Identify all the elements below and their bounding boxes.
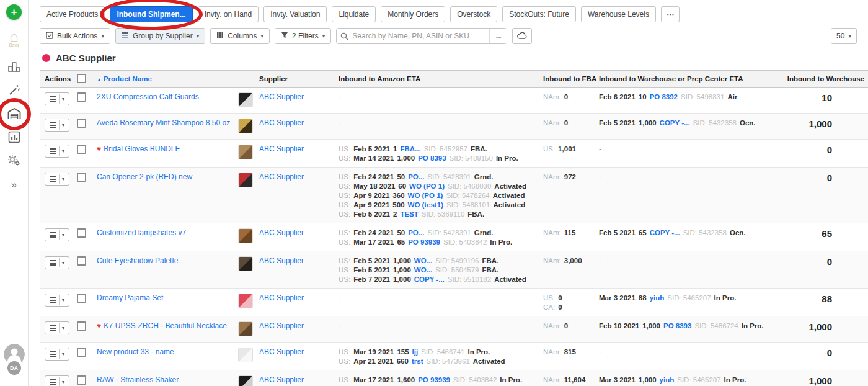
shipment-ref-link[interactable]: PO 8393 <box>418 154 446 163</box>
tab-inbound-shipments[interactable]: Inbound Shipmen... <box>110 6 192 22</box>
region-prefix: NAm: <box>543 119 561 128</box>
shipment-ref-link[interactable]: COPY -... <box>414 275 445 284</box>
shipment-ref-link[interactable]: FBA... <box>400 145 420 154</box>
search-input[interactable] <box>352 32 489 40</box>
product-name-link[interactable]: Can Opener 2-pk (RED) new <box>97 173 192 181</box>
product-name-link[interactable]: Bridal Gloves BUNDLE <box>104 145 180 153</box>
supplier-link[interactable]: ABC Supplier <box>259 173 304 181</box>
row-checkbox[interactable] <box>77 145 86 154</box>
group-by-button[interactable]: Group by Supplier ▾ <box>115 28 205 44</box>
tab-liquidate[interactable]: Liquidate <box>332 6 376 22</box>
row-actions-button[interactable]: ▾ <box>45 256 69 269</box>
row-checkbox[interactable] <box>77 321 86 331</box>
row-actions-button[interactable]: ▾ <box>45 294 69 307</box>
supplier-link[interactable]: ABC Supplier <box>259 256 304 265</box>
sidebar-nav-warehouse[interactable] <box>7 107 22 121</box>
shipment-ref-link[interactable]: PO 93939 <box>418 375 450 385</box>
product-name-link[interactable]: K7-UPSS-ZRCH - Beautiful Necklace <box>104 321 227 330</box>
bulk-actions-button[interactable]: Bulk Actions ▾ <box>40 28 110 44</box>
group-dot <box>42 54 50 62</box>
product-name-link[interactable]: RAW - Strainless Shaker <box>97 375 179 384</box>
fba-quantity: 115 <box>564 228 576 238</box>
row-checkbox[interactable] <box>77 294 86 303</box>
row-actions-button[interactable]: ▾ <box>45 228 69 241</box>
shipment-ref-link[interactable]: yiuh <box>650 294 665 303</box>
shipment-ref-link[interactable]: PO 8393 <box>663 321 691 331</box>
sidebar-collapse-button[interactable]: » <box>11 179 17 191</box>
search-submit-button[interactable]: → <box>489 29 507 43</box>
shipment-ref-link[interactable]: trst <box>412 357 423 366</box>
row-checkbox[interactable] <box>77 348 86 357</box>
supplier-link[interactable]: ABC Supplier <box>259 348 304 356</box>
sidebar-nav-analytics[interactable] <box>7 131 22 145</box>
supplier-link[interactable]: ABC Supplier <box>259 92 304 101</box>
shipment-ref-link[interactable]: TEST <box>400 210 418 219</box>
supplier-link[interactable]: ABC Supplier <box>259 145 304 153</box>
supplier-link[interactable]: ABC Supplier <box>259 228 304 237</box>
row-actions-button[interactable]: ▾ <box>45 92 69 105</box>
product-name-link[interactable]: New product 33 - name <box>97 348 174 356</box>
product-name-link[interactable]: Customized lampshates v7 <box>97 228 186 237</box>
row-checkbox[interactable] <box>77 92 86 102</box>
product-name-link[interactable]: Dreamy Pajama Set <box>97 294 163 302</box>
row-checkbox[interactable] <box>77 228 86 238</box>
supplier-link[interactable]: ABC Supplier <box>259 119 304 127</box>
column-header-fba[interactable]: Inbound to FBA <box>542 75 598 83</box>
tab-active-products[interactable]: Active Products <box>40 6 105 22</box>
fba-quantity: 815 <box>564 348 576 357</box>
product-name-link[interactable]: Cute Eyeshadow Palette <box>97 256 178 265</box>
select-all-checkbox[interactable] <box>77 74 86 83</box>
row-checkbox[interactable] <box>77 256 86 266</box>
shipment-ref-link[interactable]: yiuh <box>660 375 675 385</box>
shipment-ref-link[interactable]: COPY -... <box>660 119 690 128</box>
shipment-ref-link[interactable]: PO... <box>408 228 424 238</box>
column-header-inbound-warehouse[interactable]: Inbound to Warehouse <box>771 75 868 83</box>
avatar-initials-badge[interactable]: DA <box>6 360 22 376</box>
product-name-link[interactable]: Aveda Rosemary Mint Shampoo 8.50 oz <box>97 119 230 127</box>
shipment-qty: 60 <box>398 182 406 191</box>
tab-stockouts-future[interactable]: StockOuts: Future <box>502 6 576 22</box>
row-checkbox[interactable] <box>77 375 86 385</box>
filters-button[interactable]: 2 Filters ▾ <box>275 28 331 44</box>
add-button[interactable]: + <box>6 4 22 20</box>
column-header-warehouse-eta[interactable]: Inbound to Warehouse or Prep Center ETA <box>598 75 771 83</box>
tab-monthly-orders[interactable]: Monthly Orders <box>381 6 445 22</box>
row-actions-button[interactable]: ▾ <box>45 173 69 186</box>
shipment-ref-link[interactable]: WO (PO 1) <box>408 191 443 200</box>
column-header-supplier[interactable]: Supplier <box>258 75 337 83</box>
supplier-link[interactable]: ABC Supplier <box>259 321 304 330</box>
shipment-ref-link[interactable]: COPY -... <box>650 228 680 238</box>
column-header-product-name[interactable]: ▲Product Name <box>95 75 237 83</box>
column-header-amazon-eta[interactable]: Inbound to Amazon ETA <box>337 75 542 83</box>
export-button[interactable] <box>512 28 532 44</box>
row-actions-button[interactable]: ▾ <box>45 321 69 334</box>
sidebar-nav-automations[interactable] <box>7 84 22 97</box>
shipment-ref-link[interactable]: ljj <box>412 348 418 357</box>
row-actions-button[interactable]: ▾ <box>45 348 69 361</box>
supplier-link[interactable]: ABC Supplier <box>259 375 304 384</box>
shipment-ref-link[interactable]: WO (test1) <box>408 200 444 210</box>
fba-quantity: 0 <box>558 294 562 303</box>
shipment-ref-link[interactable]: PO 8392 <box>650 92 678 102</box>
tab-invty-on-hand[interactable]: Invty. on Hand <box>198 6 259 22</box>
sidebar-nav-podium[interactable] <box>7 60 22 74</box>
shipment-ref-link[interactable]: PO 93939 <box>408 238 440 247</box>
columns-button[interactable]: Columns ▾ <box>210 28 270 44</box>
product-name-link[interactable]: 2XU Compression Calf Guards <box>97 92 199 101</box>
page-size-select[interactable]: 50 ▾ <box>831 28 857 44</box>
tab-invty-valuation[interactable]: Invty. Valuation <box>264 6 327 22</box>
tab-warehouse-levels[interactable]: Warehouse Levels <box>581 6 656 22</box>
row-actions-button[interactable]: ▾ <box>45 119 69 132</box>
supplier-link[interactable]: ABC Supplier <box>259 294 304 302</box>
row-actions-button[interactable]: ▾ <box>45 375 69 386</box>
tab-overstock[interactable]: Overstock <box>450 6 497 22</box>
shipment-ref-link[interactable]: PO... <box>408 173 424 182</box>
shipment-ref-link[interactable]: WO... <box>414 256 432 266</box>
row-checkbox[interactable] <box>77 119 86 128</box>
shipment-ref-link[interactable]: WO (PO 1) <box>409 182 445 191</box>
tab-more[interactable]: ⋯ <box>661 6 680 22</box>
shipment-ref-link[interactable]: WO... <box>414 266 432 275</box>
row-checkbox[interactable] <box>77 173 86 182</box>
row-actions-button[interactable]: ▾ <box>45 145 69 158</box>
sidebar-nav-settings[interactable] <box>7 155 22 168</box>
